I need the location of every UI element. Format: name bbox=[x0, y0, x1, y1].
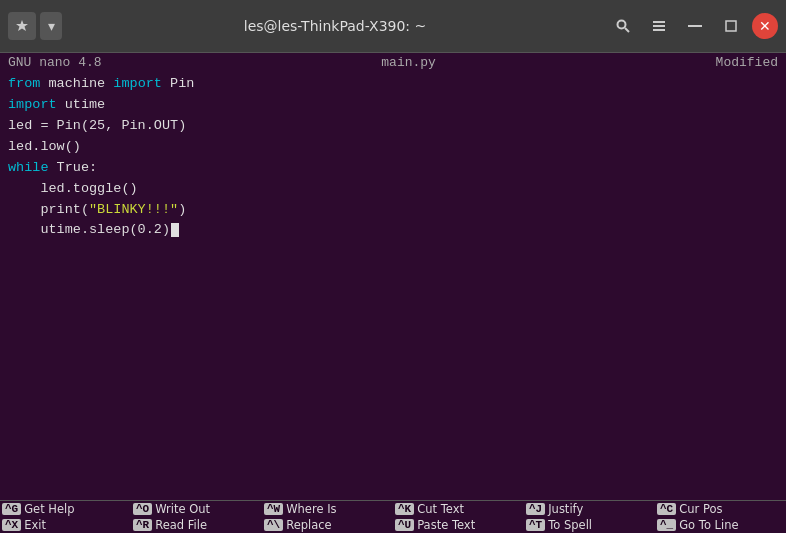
maximize-button[interactable] bbox=[716, 11, 746, 41]
code-line-7: print("BLINKY!!!") bbox=[8, 200, 778, 221]
nano-version: GNU nano 4.8 bbox=[8, 55, 102, 70]
label-exit: Exit bbox=[24, 518, 46, 532]
svg-rect-4 bbox=[653, 29, 665, 31]
filename: main.py bbox=[381, 55, 436, 70]
shortcut-go-to-line[interactable]: ^_ Go To Line bbox=[655, 517, 786, 533]
shortcut-get-help[interactable]: ^G Get Help bbox=[0, 501, 131, 517]
label-to-spell: To Spell bbox=[548, 518, 592, 532]
key-where-is: ^W bbox=[264, 503, 283, 515]
svg-rect-3 bbox=[653, 25, 665, 27]
keyword-while: while bbox=[8, 160, 49, 175]
keyword-import-1: import bbox=[113, 76, 162, 91]
key-write-out: ^O bbox=[133, 503, 152, 515]
svg-rect-5 bbox=[688, 25, 702, 27]
shortcut-row-2: ^X Exit ^R Read File ^\ Replace ^U Paste… bbox=[0, 517, 786, 533]
key-cut-text: ^K bbox=[395, 503, 414, 515]
key-go-to-line: ^_ bbox=[657, 519, 676, 531]
label-paste-text: Paste Text bbox=[417, 518, 475, 532]
label-replace: Replace bbox=[286, 518, 332, 532]
pin-button[interactable] bbox=[8, 12, 36, 40]
key-get-help: ^G bbox=[2, 503, 21, 515]
dropdown-button[interactable]: ▾ bbox=[40, 12, 62, 40]
key-justify: ^J bbox=[526, 503, 545, 515]
keyword-from: from bbox=[8, 76, 40, 91]
shortcut-to-spell[interactable]: ^T To Spell bbox=[524, 517, 655, 533]
key-read-file: ^R bbox=[133, 519, 152, 531]
code-line-4: led.low() bbox=[8, 137, 778, 158]
shortcut-paste-text[interactable]: ^U Paste Text bbox=[393, 517, 524, 533]
nano-info-bar: GNU nano 4.8 main.py Modified bbox=[0, 52, 786, 72]
code-line-2: import utime bbox=[8, 95, 778, 116]
shortcut-cut-text[interactable]: ^K Cut Text bbox=[393, 501, 524, 517]
label-where-is: Where Is bbox=[286, 502, 336, 516]
keyword-import-2: import bbox=[8, 97, 57, 112]
shortcut-read-file[interactable]: ^R Read File bbox=[131, 517, 262, 533]
svg-rect-2 bbox=[653, 21, 665, 23]
string-blinky: "BLINKY!!!" bbox=[89, 202, 178, 217]
code-line-3: led = Pin(25, Pin.OUT) bbox=[8, 116, 778, 137]
label-cut-text: Cut Text bbox=[417, 502, 464, 516]
label-cur-pos: Cur Pos bbox=[679, 502, 722, 516]
key-to-spell: ^T bbox=[526, 519, 545, 531]
shortcut-bar: ^G Get Help ^O Write Out ^W Where Is ^K … bbox=[0, 500, 786, 533]
menu-button[interactable] bbox=[644, 11, 674, 41]
titlebar-left: ▾ bbox=[8, 12, 62, 40]
editor-area[interactable]: from machine import Pin import utime led… bbox=[0, 72, 786, 500]
shortcut-justify[interactable]: ^J Justify bbox=[524, 501, 655, 517]
code-line-8: utime.sleep(0.2) bbox=[8, 220, 778, 241]
text-cursor bbox=[171, 223, 179, 237]
svg-point-0 bbox=[618, 21, 626, 29]
key-exit: ^X bbox=[2, 519, 21, 531]
titlebar: ▾ les@les-ThinkPad-X390: ~ ✕ bbox=[0, 0, 786, 52]
label-get-help: Get Help bbox=[24, 502, 74, 516]
label-read-file: Read File bbox=[155, 518, 207, 532]
code-line-1: from machine import Pin bbox=[8, 74, 778, 95]
svg-rect-6 bbox=[726, 21, 736, 31]
key-cur-pos: ^C bbox=[657, 503, 676, 515]
code-line-5: while True: bbox=[8, 158, 778, 179]
shortcut-cur-pos[interactable]: ^C Cur Pos bbox=[655, 501, 786, 517]
label-justify: Justify bbox=[548, 502, 583, 516]
shortcut-exit[interactable]: ^X Exit bbox=[0, 517, 131, 533]
window-title: les@les-ThinkPad-X390: ~ bbox=[244, 18, 427, 34]
minimize-button[interactable] bbox=[680, 11, 710, 41]
svg-line-1 bbox=[625, 28, 629, 32]
label-write-out: Write Out bbox=[155, 502, 210, 516]
shortcut-write-out[interactable]: ^O Write Out bbox=[131, 501, 262, 517]
shortcut-where-is[interactable]: ^W Where Is bbox=[262, 501, 393, 517]
key-replace: ^\ bbox=[264, 519, 283, 531]
code-line-6: led.toggle() bbox=[8, 179, 778, 200]
label-go-to-line: Go To Line bbox=[679, 518, 738, 532]
modified-status: Modified bbox=[716, 55, 778, 70]
search-button[interactable] bbox=[608, 11, 638, 41]
shortcut-replace[interactable]: ^\ Replace bbox=[262, 517, 393, 533]
titlebar-right: ✕ bbox=[608, 11, 778, 41]
key-paste-text: ^U bbox=[395, 519, 414, 531]
shortcut-row-1: ^G Get Help ^O Write Out ^W Where Is ^K … bbox=[0, 501, 786, 517]
close-button[interactable]: ✕ bbox=[752, 13, 778, 39]
